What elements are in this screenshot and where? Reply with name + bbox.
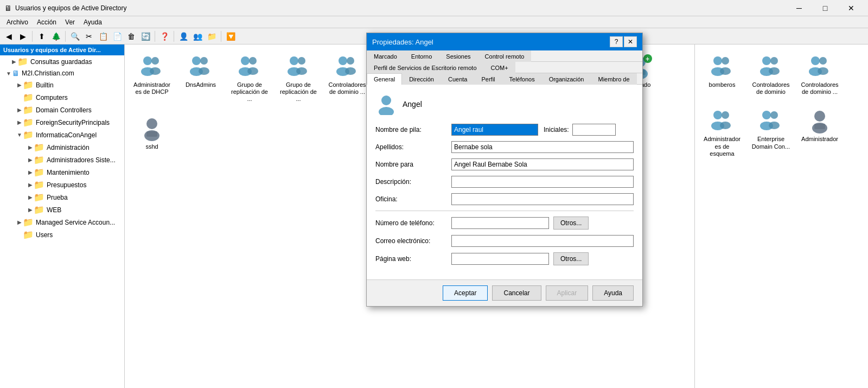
nombre-para-input[interactable] bbox=[451, 158, 634, 170]
tree-item-fsp[interactable]: ▶ 📁 ForeignSecurityPrincipals bbox=[0, 116, 124, 129]
nombre-para-label: Nombre para bbox=[375, 161, 451, 168]
aplicar-button[interactable]: Aplicar bbox=[546, 285, 589, 301]
menu-ayuda[interactable]: Ayuda bbox=[79, 17, 106, 27]
icon-ctrl-dom1[interactable]: Controladores de dominio ... bbox=[326, 50, 369, 106]
toolbar-new-user[interactable]: 👤 bbox=[177, 30, 190, 43]
toolbar-show-tree[interactable]: 🌲 bbox=[49, 30, 62, 43]
tree-item-informatica[interactable]: ▼ 📁 InformaticaConAngel bbox=[0, 129, 124, 141]
tabs-row-3: General Dirección Cuenta Perfil Teléfono… bbox=[367, 73, 642, 85]
expand-icon: ▶ bbox=[27, 207, 34, 213]
toolbar-filter[interactable]: 🔽 bbox=[224, 30, 237, 43]
icon-admins-esquema[interactable]: Administradores de esquema bbox=[700, 104, 744, 161]
pagina-web-input[interactable] bbox=[451, 253, 549, 265]
oficina-input[interactable] bbox=[451, 193, 634, 205]
toolbar-new-ou[interactable]: 📁 bbox=[205, 30, 218, 43]
telefono-otros-button[interactable]: Otros... bbox=[553, 217, 589, 230]
maximize-button[interactable]: □ bbox=[813, 0, 838, 16]
toolbar-delete[interactable]: 🗑 bbox=[125, 30, 138, 43]
tab-entorno[interactable]: Entorno bbox=[404, 50, 439, 62]
correo-input[interactable] bbox=[451, 235, 634, 247]
minimize-button[interactable]: ─ bbox=[787, 0, 812, 16]
toolbar-help[interactable]: ❓ bbox=[158, 30, 171, 43]
telefono-row: Número de teléfono: Otros... bbox=[375, 217, 634, 230]
tab-organizacion[interactable]: Organización bbox=[542, 73, 591, 85]
expand-icon: ▶ bbox=[16, 219, 23, 225]
tree-item-admin[interactable]: ▶ 📁 Administración bbox=[0, 141, 124, 154]
icon-administrador[interactable]: Administrador bbox=[798, 104, 841, 161]
pagina-web-otros-button[interactable]: Otros... bbox=[553, 252, 589, 265]
aceptar-button[interactable]: Aceptar bbox=[443, 285, 488, 301]
apellidos-input[interactable] bbox=[451, 141, 634, 153]
icon-dnsadmins[interactable]: DnsAdmins bbox=[179, 50, 222, 106]
menu-accion[interactable]: Acción bbox=[33, 17, 61, 27]
cancelar-button[interactable]: Cancelar bbox=[492, 285, 541, 301]
icon-ctrl-dominio-right2[interactable]: Controladores de dominio ... bbox=[798, 50, 841, 99]
tab-com[interactable]: COM+ bbox=[484, 62, 515, 73]
icon-admins-dhcp[interactable]: Administradores de DHCP bbox=[130, 50, 174, 106]
toolbar-back[interactable]: ◀ bbox=[2, 30, 15, 43]
menu-archivo[interactable]: Archivo bbox=[2, 17, 33, 27]
toolbar-cut[interactable]: ✂ bbox=[82, 30, 95, 43]
tree-item-domain[interactable]: ▼ 🖥 M2I.Christian.com bbox=[0, 68, 124, 79]
toolbar-find[interactable]: 🔍 bbox=[68, 30, 81, 43]
group-icon bbox=[237, 53, 263, 79]
toolbar-refresh[interactable]: 🔄 bbox=[139, 30, 152, 43]
tab-perfil-escritorio[interactable]: Perfil de Servicios de Escritorio remoto bbox=[367, 62, 484, 73]
tab-sesiones[interactable]: Sesiones bbox=[439, 50, 477, 62]
icon-enterprise-domain[interactable]: Enterprise Domain Con... bbox=[749, 104, 793, 161]
icon-grupo-rep2[interactable]: Grupo de replicación de ... bbox=[277, 50, 320, 106]
close-button[interactable]: ✕ bbox=[839, 0, 864, 16]
tree-item-mant[interactable]: ▶ 📁 Mantenimiento bbox=[0, 166, 124, 179]
tree-item-computers[interactable]: 📁 Computers bbox=[0, 91, 124, 104]
menu-ver[interactable]: Ver bbox=[61, 17, 79, 27]
svg-point-17 bbox=[339, 56, 347, 65]
tab-miembro-de[interactable]: Miembro de bbox=[591, 73, 636, 85]
dialog-close-button[interactable]: ✕ bbox=[624, 36, 637, 47]
toolbar-new-group[interactable]: 👥 bbox=[191, 30, 204, 43]
tree-item-web[interactable]: ▶ 📁 WEB bbox=[0, 203, 124, 216]
svg-point-3 bbox=[150, 67, 161, 75]
tree-label: Managed Service Accoun... bbox=[36, 219, 115, 226]
tree-item-builtin[interactable]: ▶ 📁 Builtin bbox=[0, 79, 124, 91]
folder-icon: 📁 bbox=[34, 155, 44, 165]
tab-general[interactable]: General bbox=[367, 73, 402, 85]
svg-text:+: + bbox=[646, 55, 649, 63]
tree-item-users[interactable]: 📁 Users bbox=[0, 228, 124, 241]
svg-point-20 bbox=[345, 67, 356, 75]
folder-icon: 📁 bbox=[34, 205, 44, 215]
tree-item-dc[interactable]: ▶ 📁 Domain Controllers bbox=[0, 104, 124, 116]
icon-ctrl-dominio-right1[interactable]: Controladores de dominio bbox=[749, 50, 793, 99]
descripcion-input[interactable] bbox=[451, 176, 634, 188]
icon-bomberos[interactable]: bomberos bbox=[700, 50, 744, 99]
group-icon bbox=[758, 107, 784, 133]
tab-cuenta[interactable]: Cuenta bbox=[441, 73, 474, 85]
tree-item-presup[interactable]: ▶ 📁 Presupuestos bbox=[0, 179, 124, 191]
folder-icon: 📁 bbox=[34, 167, 44, 177]
toolbar-forward[interactable]: ▶ bbox=[16, 30, 29, 43]
expand-icon bbox=[16, 232, 23, 238]
telefono-input[interactable] bbox=[451, 217, 549, 229]
nombre-pila-input[interactable] bbox=[451, 124, 538, 136]
toolbar-copy[interactable]: 📋 bbox=[97, 30, 110, 43]
tree-item-managed[interactable]: ▶ 📁 Managed Service Accoun... bbox=[0, 216, 124, 228]
dialog-help-button[interactable]: ? bbox=[610, 36, 623, 47]
toolbar-up[interactable]: ⬆ bbox=[35, 30, 48, 43]
icon-sshd[interactable]: sshd bbox=[130, 112, 174, 154]
tree-label: Mantenimiento bbox=[47, 169, 90, 176]
ayuda-button[interactable]: Ayuda bbox=[592, 285, 634, 301]
tab-perfil[interactable]: Perfil bbox=[474, 73, 502, 85]
tree-item-prueba[interactable]: ▶ 📁 Prueba bbox=[0, 191, 124, 203]
tab-marcado[interactable]: Marcado bbox=[367, 50, 404, 62]
tab-control-remoto[interactable]: Control remoto bbox=[478, 50, 532, 62]
tree-item-adminsiste[interactable]: ▶ 📁 Administradores Siste... bbox=[0, 154, 124, 166]
tab-telefonos[interactable]: Teléfonos bbox=[502, 73, 542, 85]
toolbar-paste[interactable]: 📄 bbox=[111, 30, 124, 43]
iniciales-input[interactable] bbox=[572, 124, 616, 136]
tab-direccion[interactable]: Dirección bbox=[402, 73, 441, 85]
tree-item-consultas[interactable]: ▶ 📁 Consultas guardadas bbox=[0, 55, 124, 68]
icon-grupo-rep1[interactable]: Grupo de replicación de ... bbox=[228, 50, 271, 106]
toolbar-sep-1 bbox=[32, 31, 33, 42]
expand-icon: ▶ bbox=[27, 194, 34, 200]
dialog-footer: Aceptar Cancelar Aplicar Ayuda bbox=[367, 279, 642, 306]
group-icon bbox=[285, 53, 311, 79]
